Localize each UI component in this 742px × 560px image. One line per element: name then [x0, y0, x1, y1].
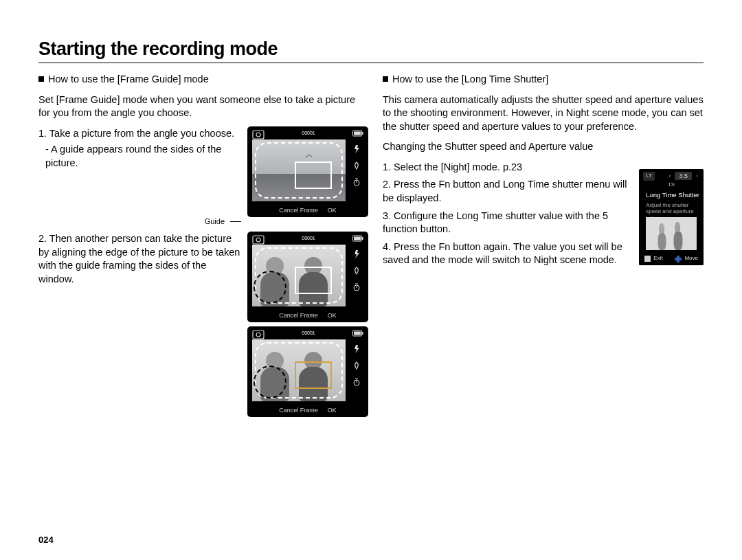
guide-label: Guide — [205, 216, 227, 227]
bullet-icon — [383, 76, 388, 82]
frame-counter: 00001 — [302, 235, 315, 245]
left-subhead-text: How to use the [Frame Guide] mode — [48, 74, 209, 85]
lt-move: Move — [684, 255, 698, 262]
lcd-ok-label: OK — [328, 206, 337, 214]
svg-rect-24 — [646, 217, 697, 250]
macro-icon — [351, 160, 362, 171]
svg-rect-8 — [253, 236, 264, 244]
lt-label: Long Time Shutter — [646, 191, 699, 200]
timer-icon — [351, 177, 362, 188]
svg-rect-11 — [362, 237, 363, 240]
frame-counter: 00001 — [302, 130, 315, 139]
mode-icon — [252, 330, 265, 339]
chevron-left-icon: ‹ — [668, 172, 671, 180]
right-step1: 1. Select the [Night] mode. p.23 — [383, 161, 628, 175]
lcd-ok-label: OK — [328, 311, 337, 320]
lt-preview — [646, 217, 697, 250]
lcd-long-time-shutter: LT ‹ 3.5 › 1S Long Time Shutter Adjust t… — [639, 169, 704, 265]
macro-icon — [351, 265, 362, 276]
macro-icon — [351, 360, 362, 371]
page-title: Starting the recording mode — [38, 38, 704, 60]
right-icon-strip — [350, 249, 363, 305]
lt-value: 3.5 — [675, 172, 692, 180]
svg-point-1 — [256, 133, 260, 137]
battery-icon — [352, 130, 363, 139]
page-number: 024 — [38, 535, 54, 545]
right-changing: Changing the Shutter speed and Aperture … — [383, 140, 704, 154]
battery-icon — [352, 235, 363, 245]
timer-icon — [351, 282, 362, 293]
lcd-frameguide-1: 00001 — [248, 127, 368, 216]
right-step3: 3. Configure the Long Time shutter value… — [383, 210, 628, 236]
flash-icon — [351, 144, 362, 155]
timer-icon — [351, 377, 362, 388]
guide-leader-line — [230, 221, 241, 222]
left-step1-text: 1. Take a picture from the angle you cho… — [38, 127, 241, 227]
mode-icon — [252, 235, 265, 245]
svg-point-17 — [256, 333, 260, 337]
lcd-cancel-label: Cancel Frame — [279, 406, 318, 414]
left-intro: Set [Frame Guide] mode when you want som… — [38, 93, 368, 120]
lt-tag: LT — [643, 172, 655, 181]
svg-rect-20 — [354, 332, 361, 335]
lcd-cancel-label: Cancel Frame — [279, 311, 318, 320]
lcd-frameguide-2: 00001 — [248, 232, 368, 322]
svg-rect-4 — [354, 131, 361, 135]
right-intro: This camera automatically adjusts the sh… — [383, 93, 704, 134]
lt-value-spinner: ‹ 3.5 › — [668, 172, 698, 180]
bullet-icon — [38, 76, 44, 82]
title-rule — [38, 63, 704, 63]
dpad-icon — [675, 256, 682, 262]
column-right: How to use the [Long Time Shutter] This … — [383, 73, 704, 416]
flash-icon — [351, 344, 362, 355]
focus-rectangle — [295, 361, 332, 389]
frame-counter: 00001 — [302, 330, 315, 339]
lcd-ok-label: OK — [328, 406, 337, 414]
focus-rectangle — [295, 267, 332, 294]
svg-rect-28 — [674, 232, 683, 250]
left-step2-text: 2. Then another person can take the pict… — [38, 232, 241, 289]
right-icon-strip — [350, 344, 363, 400]
svg-rect-3 — [362, 132, 363, 135]
right-icon-strip — [350, 144, 363, 200]
left-step2: 2. Then another person can take the pict… — [38, 232, 241, 286]
left-subhead: How to use the [Frame Guide] mode — [38, 73, 368, 87]
fn-key-icon — [644, 256, 651, 262]
flash-icon — [351, 249, 362, 260]
left-step1: 1. Take a picture from the angle you cho… — [38, 127, 241, 141]
chevron-right-icon: › — [696, 172, 698, 180]
svg-rect-12 — [354, 237, 361, 240]
right-step2: 2. Press the Fn button and Long Time shu… — [383, 178, 628, 205]
battery-icon — [352, 330, 363, 339]
right-subhead: How to use the [Long Time Shutter] — [383, 73, 704, 87]
right-step4: 4. Press the Fn button again. The value … — [383, 240, 628, 267]
right-subhead-text: How to use the [Long Time Shutter] — [392, 74, 548, 85]
lcd-frameguide-3: 00001 — [248, 327, 368, 416]
svg-rect-16 — [253, 331, 264, 339]
svg-rect-0 — [253, 131, 264, 139]
svg-rect-19 — [362, 332, 363, 335]
svg-rect-26 — [658, 233, 666, 250]
svg-point-9 — [256, 238, 260, 242]
left-step1-sub: - A guide appears round the sides of the… — [38, 143, 241, 170]
lt-exit: Exit — [653, 255, 662, 262]
lt-sub-value: 1S — [639, 181, 704, 189]
lcd-cancel-label: Cancel Frame — [279, 206, 318, 214]
focus-rectangle — [295, 161, 332, 189]
column-left: How to use the [Frame Guide] mode Set [F… — [38, 73, 368, 416]
mode-icon — [252, 130, 265, 139]
